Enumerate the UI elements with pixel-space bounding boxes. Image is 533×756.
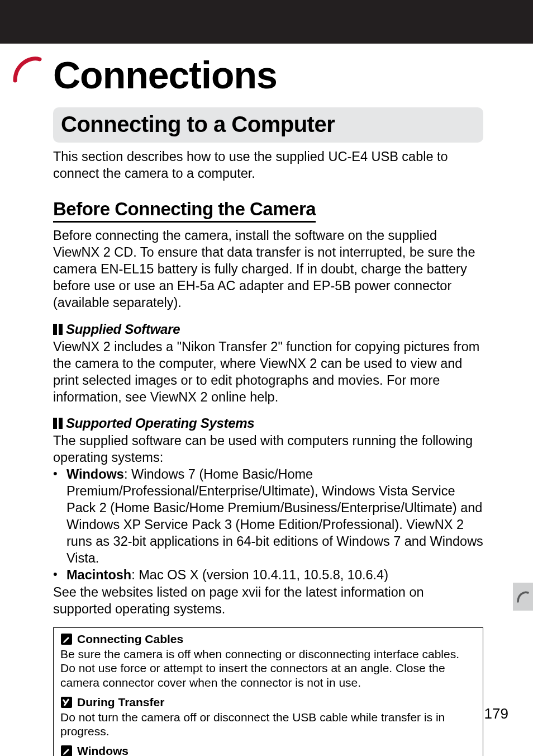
section-heading-box: Connecting to a Computer [53, 107, 483, 143]
note-windows-heading: Windows [60, 744, 476, 756]
bullet-macintosh-label: Macintosh [66, 568, 131, 582]
note-pencil-icon [60, 745, 73, 756]
connections-curve-icon [516, 589, 530, 604]
supplied-software-body: ViewNX 2 includes a "Nikon Transfer 2" f… [53, 338, 483, 405]
caution-icon [60, 696, 73, 708]
notes-box: Connecting Cables Be sure the camera is … [53, 627, 483, 756]
supported-os-intro: The supplied software can be used with c… [53, 432, 483, 466]
supported-os-outro: See the websites listed on page xvii for… [53, 584, 483, 617]
section-heading: Connecting to a Computer [61, 112, 475, 137]
page-number: 179 [484, 705, 508, 722]
supplied-software-heading: Supplied Software [66, 322, 180, 337]
bullet-dot-icon: • [53, 466, 62, 566]
page: Connections Connecting to a Computer Thi… [0, 0, 533, 756]
bullet-windows: • Windows: Windows 7 (Home Basic/Home Pr… [53, 466, 483, 566]
bullet-macintosh-text: Macintosh: Mac OS X (version 10.4.11, 10… [66, 566, 483, 583]
note-cables-body: Be sure the camera is off when connectin… [60, 647, 476, 690]
page-header-bar [0, 0, 533, 44]
connections-curve-icon [13, 53, 43, 86]
note-windows-title: Windows [77, 744, 129, 756]
note-transfer-title: During Transfer [77, 696, 164, 709]
side-tab [513, 583, 533, 611]
before-connecting-body: Before connecting the camera, install th… [53, 227, 483, 311]
heading-bars-icon [53, 418, 63, 429]
supported-os-heading: Supported Operating Systems [66, 415, 254, 431]
bullet-windows-rest: : Windows 7 (Home Basic/Home Premium/Pro… [66, 467, 483, 565]
subsection-heading: Before Connecting the Camera [53, 199, 316, 223]
bullet-windows-text: Windows: Windows 7 (Home Basic/Home Prem… [66, 466, 483, 566]
chapter-title: Connections [53, 44, 483, 94]
note-transfer-heading: During Transfer [60, 696, 476, 709]
note-cables-title: Connecting Cables [77, 632, 183, 646]
bullet-windows-label: Windows [66, 467, 124, 481]
bullet-dot-icon: • [53, 566, 62, 583]
supplied-software-heading-row: Supplied Software [53, 322, 483, 337]
section-intro: This section describes how to use the su… [53, 148, 483, 182]
bullet-macintosh-rest: : Mac OS X (version 10.4.11, 10.5.8, 10.… [131, 568, 388, 582]
note-pencil-icon [60, 633, 73, 645]
chapter-icon-wrap [13, 53, 43, 86]
page-content: Connections Connecting to a Computer Thi… [53, 44, 483, 756]
supported-os-heading-row: Supported Operating Systems [53, 415, 483, 431]
note-transfer-body: Do not turn the camera off or disconnect… [60, 710, 476, 739]
heading-bars-icon [53, 324, 63, 335]
bullet-macintosh: • Macintosh: Mac OS X (version 10.4.11, … [53, 566, 483, 583]
note-cables-heading: Connecting Cables [60, 632, 476, 646]
